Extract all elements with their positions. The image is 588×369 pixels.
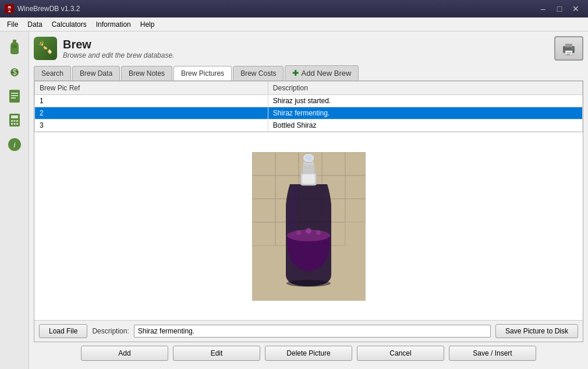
cell-ref: 1 bbox=[35, 95, 268, 107]
pictures-table-wrapper: Brew Pic Ref Description 1 Shiraz just s… bbox=[34, 81, 583, 132]
maximize-button[interactable]: □ bbox=[552, 3, 567, 15]
svg-rect-15 bbox=[13, 123, 15, 125]
main-layout: $ i bbox=[0, 31, 588, 369]
tab-brew-pictures[interactable]: Brew Pictures bbox=[173, 66, 232, 80]
tab-add-label: Add New Brew bbox=[301, 69, 351, 78]
notepad-icon bbox=[6, 87, 23, 104]
content-area: 🍾 Brew Browse and edit the brew database… bbox=[29, 31, 588, 369]
table-row[interactable]: 3 Bottled Shiraz bbox=[35, 120, 583, 132]
menu-data[interactable]: Data bbox=[23, 19, 47, 30]
pictures-table: Brew Pic Ref Description 1 Shiraz just s… bbox=[34, 81, 583, 132]
svg-rect-20 bbox=[565, 44, 572, 47]
svg-text:$: $ bbox=[12, 68, 17, 76]
brew-subtitle: Browse and edit the brew database. bbox=[63, 51, 174, 59]
svg-point-24 bbox=[572, 48, 573, 50]
delete-picture-button[interactable]: Delete Picture bbox=[265, 346, 352, 361]
brew-header-info: 🍾 Brew Browse and edit the brew database… bbox=[34, 37, 174, 60]
svg-rect-8 bbox=[11, 97, 16, 99]
load-file-button[interactable]: Load File bbox=[39, 324, 87, 338]
description-label: Description: bbox=[92, 327, 129, 335]
tab-search[interactable]: Search bbox=[34, 66, 71, 80]
add-button[interactable]: Add bbox=[81, 346, 168, 361]
tab-brew-notes[interactable]: Brew Notes bbox=[121, 66, 172, 80]
cell-ref: 3 bbox=[35, 120, 268, 132]
cancel-button[interactable]: Cancel bbox=[357, 346, 444, 361]
tab-panel-brew-pictures: Brew Pic Ref Description 1 Shiraz just s… bbox=[34, 80, 583, 342]
table-row[interactable]: 2 Shiraz fermenting. bbox=[35, 107, 583, 120]
svg-rect-22 bbox=[566, 52, 571, 54]
info-circle-icon: i bbox=[6, 136, 23, 153]
menu-calculators[interactable]: Calculators bbox=[47, 19, 91, 30]
printer-icon bbox=[561, 40, 577, 57]
app-title: WineBrewDB v1.3.2 bbox=[17, 5, 80, 13]
svg-point-1 bbox=[12, 45, 17, 48]
wine-bottle-icon bbox=[6, 38, 23, 55]
brew-image bbox=[252, 152, 366, 301]
cell-desc: Shiraz fermenting. bbox=[268, 107, 582, 120]
menu-help[interactable]: Help bbox=[136, 19, 160, 30]
svg-rect-11 bbox=[11, 120, 13, 122]
window-controls: – □ ✕ bbox=[536, 3, 583, 15]
calculator-icon bbox=[6, 112, 23, 128]
save-picture-button[interactable]: Save Picture to Disk bbox=[495, 324, 578, 338]
action-bar: Load File Description: Save Picture to D… bbox=[34, 320, 583, 342]
svg-rect-23 bbox=[566, 54, 570, 55]
svg-rect-6 bbox=[11, 93, 18, 94]
svg-point-51 bbox=[316, 230, 321, 235]
tab-brew-costs[interactable]: Brew Costs bbox=[233, 66, 284, 80]
coins-icon: $ bbox=[6, 63, 23, 79]
col-description: Description bbox=[268, 82, 582, 95]
col-brew-pic-ref: Brew Pic Ref bbox=[35, 82, 268, 95]
edit-button[interactable]: Edit bbox=[173, 346, 260, 361]
svg-point-47 bbox=[305, 155, 312, 161]
svg-rect-7 bbox=[11, 95, 18, 96]
menu-file[interactable]: File bbox=[2, 19, 23, 30]
sidebar-coins[interactable]: $ bbox=[4, 61, 25, 82]
image-area bbox=[34, 132, 583, 320]
brew-title-block: Brew Browse and edit the brew database. bbox=[63, 38, 174, 59]
svg-point-50 bbox=[306, 228, 311, 234]
svg-rect-53 bbox=[302, 174, 315, 184]
title-bar: 🍷 WineBrewDB v1.3.2 – □ ✕ bbox=[0, 0, 588, 17]
sidebar-notepad[interactable] bbox=[4, 85, 25, 106]
cell-desc: Bottled Shiraz bbox=[268, 120, 582, 132]
tab-brew-data[interactable]: Brew Data bbox=[72, 66, 120, 80]
brew-header: 🍾 Brew Browse and edit the brew database… bbox=[34, 36, 583, 61]
svg-rect-13 bbox=[16, 120, 18, 122]
minimize-button[interactable]: – bbox=[536, 3, 551, 15]
svg-rect-0 bbox=[13, 40, 16, 43]
print-button[interactable] bbox=[554, 36, 583, 61]
svg-point-49 bbox=[296, 230, 301, 235]
save-insert-button[interactable]: Save / Insert bbox=[449, 346, 536, 361]
svg-rect-12 bbox=[13, 120, 15, 122]
svg-rect-16 bbox=[16, 123, 18, 125]
footer-bar: Add Edit Delete Picture Cancel Save / In… bbox=[34, 342, 583, 364]
sidebar-info[interactable]: i bbox=[4, 134, 25, 155]
svg-rect-14 bbox=[11, 123, 13, 125]
svg-rect-10 bbox=[11, 115, 18, 118]
tab-add-new-brew[interactable]: ✚ Add New Brew bbox=[285, 65, 359, 80]
cell-desc: Shiraz just started. bbox=[268, 95, 582, 107]
tab-bar: Search Brew Data Brew Notes Brew Picture… bbox=[34, 65, 583, 80]
sidebar-calculator[interactable] bbox=[4, 110, 25, 131]
brew-icon: 🍾 bbox=[34, 37, 57, 60]
svg-point-55 bbox=[286, 280, 331, 287]
description-input[interactable] bbox=[134, 325, 491, 338]
svg-rect-54 bbox=[303, 165, 314, 174]
menu-bar: File Data Calculators Information Help bbox=[0, 17, 588, 31]
app-icon: 🍷 bbox=[5, 4, 14, 13]
table-row[interactable]: 1 Shiraz just started. bbox=[35, 95, 583, 107]
cell-ref: 2 bbox=[35, 107, 268, 120]
menu-information[interactable]: Information bbox=[91, 19, 136, 30]
sidebar-wine-bottle[interactable] bbox=[4, 36, 25, 57]
close-button[interactable]: ✕ bbox=[568, 3, 583, 15]
add-icon: ✚ bbox=[292, 69, 299, 78]
sidebar: $ i bbox=[0, 31, 29, 369]
brew-title: Brew bbox=[63, 38, 174, 51]
